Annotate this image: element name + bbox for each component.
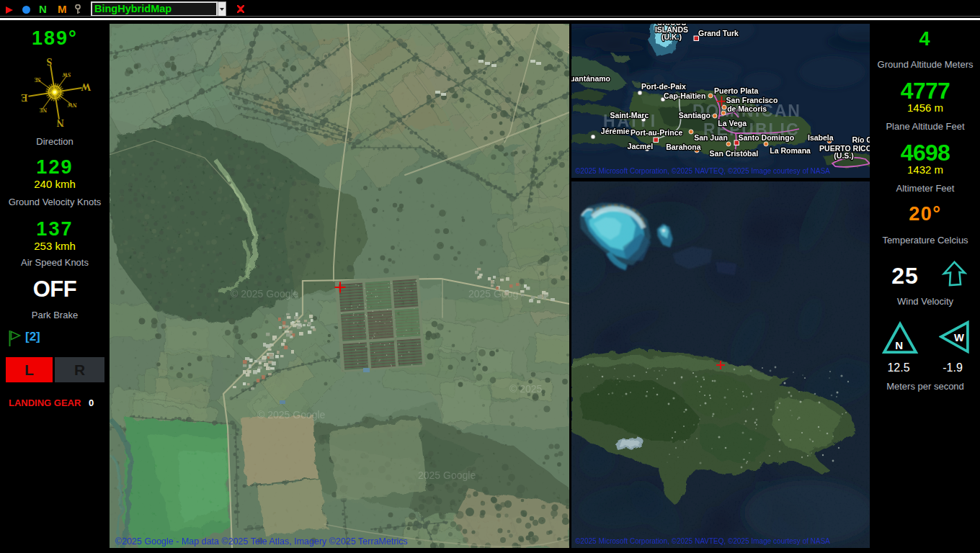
svg-text:W: W	[954, 332, 964, 343]
svg-text:Barahona: Barahona	[666, 143, 701, 151]
svg-text:E: E	[21, 92, 27, 103]
svg-text:W: W	[81, 81, 91, 92]
svg-text:Saint-Marc: Saint-Marc	[610, 111, 649, 120]
svg-text:de Macoris: de Macoris	[727, 104, 767, 113]
svg-text:N: N	[895, 339, 903, 351]
svg-text:© 2025 Google: © 2025 Google	[257, 409, 326, 421]
svg-text:uantánamo: uantánamo	[571, 74, 610, 83]
svg-text:(U.K.): (U.K.)	[662, 32, 682, 41]
svg-text:Puerto Plata: Puerto Plata	[714, 86, 758, 95]
svg-text:La Romana: La Romana	[770, 146, 811, 155]
svg-text:Santo Domingo: Santo Domingo	[739, 133, 795, 142]
svg-text:Isabela: Isabela	[808, 133, 834, 142]
svg-text:©2025 Microsoft Corporation, ©: ©2025 Microsoft Corporation, ©2025 NAVTE…	[575, 167, 830, 175]
svg-text:N: N	[57, 117, 64, 128]
svg-text:2025 Goog: 2025 Goog	[468, 288, 518, 300]
svg-text:©2025 Microsoft Corporation, ©: ©2025 Microsoft Corporation, ©2025 NAVTE…	[575, 537, 830, 545]
svg-text:(U.S.): (U.S.)	[834, 151, 853, 160]
svg-text:Port-de-Paix: Port-de-Paix	[641, 82, 686, 91]
svg-text:Santiago: Santiago	[679, 111, 710, 120]
svg-text:Cap-Haïtien: Cap-Haïtien	[664, 91, 705, 100]
svg-text:SE: SE	[34, 76, 40, 83]
svg-text:San Cristóbal: San Cristóbal	[710, 149, 759, 158]
svg-text:San Juan: San Juan	[694, 133, 728, 142]
svg-text:Grand Turk: Grand Turk	[698, 29, 739, 37]
svg-text:La Vega: La Vega	[718, 119, 747, 127]
svg-text:Jérémie: Jérémie	[601, 127, 630, 135]
svg-text:© 2025 Google: © 2025 Google	[231, 288, 299, 300]
svg-text:Jacmel: Jacmel	[628, 142, 654, 150]
svg-text:Río Gr: Río Gr	[852, 135, 870, 144]
svg-text:S: S	[46, 56, 52, 67]
svg-text:NW: NW	[67, 102, 76, 108]
svg-text:NE: NE	[39, 107, 46, 113]
svg-text:© 2025: © 2025	[509, 383, 543, 395]
svg-text:SW: SW	[62, 71, 71, 78]
svg-text:Port-au-Prince: Port-au-Prince	[631, 128, 683, 137]
svg-text:San Francisco: San Francisco	[726, 96, 778, 104]
svg-text:2025 Google: 2025 Google	[418, 469, 476, 481]
svg-text:©2025 Google - Map data ©2025: ©2025 Google - Map data ©2025 Tele Atlas…	[115, 536, 408, 547]
